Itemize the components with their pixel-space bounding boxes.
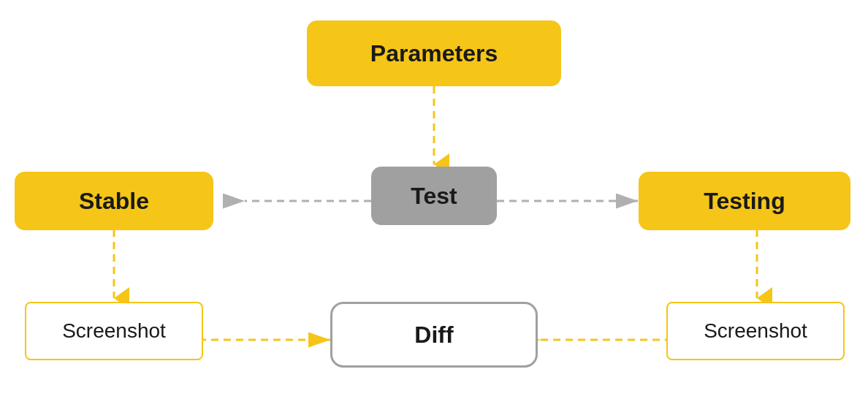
- diff-label: Diff: [414, 322, 453, 349]
- test-node: Test: [371, 167, 497, 225]
- screenshot-left-label: Screenshot: [62, 319, 166, 343]
- stable-label: Stable: [79, 188, 149, 215]
- stable-node: Stable: [15, 172, 213, 230]
- diff-node: Diff: [330, 302, 538, 368]
- screenshot-right-node: Screenshot: [666, 302, 845, 360]
- screenshot-right-label: Screenshot: [704, 319, 807, 343]
- screenshot-left-node: Screenshot: [25, 302, 203, 360]
- parameters-node: Parameters: [307, 20, 561, 86]
- testing-label: Testing: [704, 188, 785, 215]
- parameters-label: Parameters: [370, 40, 498, 67]
- test-label: Test: [411, 183, 457, 210]
- diagram: Parameters Test Stable Testing Screensho…: [0, 0, 868, 399]
- testing-node: Testing: [639, 172, 850, 230]
